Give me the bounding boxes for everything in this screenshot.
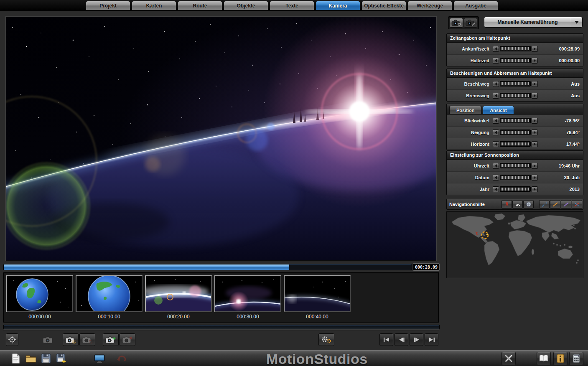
keyframe-thumbnail[interactable]: 000:10.00	[76, 275, 143, 320]
thumbnail-image-4[interactable]	[214, 275, 281, 312]
viewport-3d-scene[interactable]	[6, 17, 436, 261]
go-first-button[interactable]	[379, 333, 393, 346]
tab-kamera[interactable]: Kamera	[316, 1, 360, 10]
timeline-scrollbar[interactable]	[3, 325, 440, 329]
row-value: 2013	[538, 187, 580, 192]
tab-ansicht[interactable]: Ansicht	[483, 106, 514, 114]
row-value: 19:46 Uhr	[538, 163, 580, 168]
slider-decrease-button[interactable]	[493, 163, 499, 169]
tab-karten[interactable]: Karten	[132, 1, 176, 10]
step-forward-icon	[413, 337, 420, 342]
uhrzeit-row: Uhrzeit 19:46 Uhr	[447, 160, 583, 171]
dropdown-arrow-button[interactable]	[571, 17, 582, 27]
tab-projekt[interactable]: Projekt	[86, 1, 130, 10]
world-map[interactable]	[446, 211, 583, 278]
slider-decrease-button[interactable]	[493, 175, 499, 180]
slider-track[interactable]	[500, 118, 531, 123]
thumbnail-image-1[interactable]	[6, 275, 73, 312]
ankunftszeit-row: Ankunftszeit 000:28.09	[447, 43, 583, 54]
slider-track[interactable]	[500, 175, 531, 180]
row-label: Neigung	[450, 130, 489, 135]
tab-ausgabe[interactable]: Ausgabe	[453, 1, 498, 10]
new-project-button[interactable]	[9, 352, 23, 365]
save-as-button[interactable]	[54, 352, 68, 365]
nav-tool-compass-button[interactable]	[501, 200, 512, 208]
camera-mode-auto-button[interactable]	[450, 18, 463, 28]
target-icon	[8, 336, 16, 343]
slider-track[interactable]	[500, 141, 531, 147]
thumbnail-image-3[interactable]	[145, 275, 212, 312]
open-project-button[interactable]	[24, 352, 38, 365]
slider-increase-button[interactable]	[532, 141, 538, 147]
jahr-row: Jahr 2013	[447, 183, 583, 195]
render-settings-button[interactable]	[318, 333, 334, 346]
camera-mode-manual-button[interactable]	[464, 18, 477, 28]
slider-decrease-button[interactable]	[493, 118, 499, 124]
step-back-button[interactable]	[395, 333, 408, 346]
delete-haltepunkt-button[interactable]	[120, 333, 135, 346]
slider-track[interactable]	[500, 130, 531, 135]
keyframe-thumbnail[interactable]: 000:40.00	[284, 275, 351, 320]
bremsweg-slider	[493, 93, 538, 99]
nav-style-solid-button[interactable]	[550, 200, 560, 208]
slider-increase-button[interactable]	[532, 163, 538, 169]
slider-decrease-button[interactable]	[493, 46, 499, 52]
tab-optische-effekte[interactable]: Optische Effekte	[361, 1, 406, 10]
nav-style-dotted-button[interactable]	[539, 200, 550, 208]
tab-route[interactable]: Route	[178, 1, 222, 10]
nav-tool-globe-button[interactable]	[523, 200, 534, 208]
slider-track[interactable]	[500, 46, 531, 51]
slider-increase-button[interactable]	[532, 81, 538, 87]
open-folder-icon	[25, 354, 36, 363]
nav-style-arrow-button[interactable]	[561, 200, 571, 208]
slider-increase-button[interactable]	[532, 130, 538, 135]
timeline-progress-bar[interactable]	[3, 264, 412, 270]
tab-objekte[interactable]: Objekte	[224, 1, 268, 10]
slider-track[interactable]	[500, 186, 531, 192]
nav-tool-protractor-button[interactable]	[512, 200, 523, 208]
slider-decrease-button[interactable]	[493, 186, 499, 192]
undo-button[interactable]	[115, 352, 128, 365]
step-forward-button[interactable]	[410, 333, 423, 346]
row-label: Ankunftszeit	[450, 46, 489, 51]
slider-decrease-button[interactable]	[493, 93, 499, 99]
row-value: Aus	[538, 81, 580, 86]
go-last-button[interactable]	[425, 333, 438, 346]
slider-decrease-button[interactable]	[493, 58, 499, 64]
slider-increase-button[interactable]	[532, 175, 538, 180]
slider-increase-button[interactable]	[532, 46, 538, 52]
thumbnail-image-2[interactable]	[76, 275, 143, 312]
tab-texte[interactable]: Texte	[270, 1, 314, 10]
tab-werkzeuge[interactable]: Werkzeuge	[407, 1, 452, 10]
tab-position[interactable]: Position	[449, 106, 481, 114]
nav-style-cross-button[interactable]	[572, 200, 582, 208]
save-project-button[interactable]	[39, 352, 53, 365]
slider-track[interactable]	[500, 163, 531, 168]
apply-camera-button[interactable]	[63, 333, 79, 346]
center-camera-button[interactable]	[6, 333, 18, 346]
tools-button[interactable]	[501, 352, 516, 365]
skip-start-icon	[383, 337, 390, 342]
row-label: Beschl.weg	[450, 81, 489, 86]
manual-button[interactable]	[537, 352, 551, 365]
slider-track[interactable]	[500, 93, 531, 98]
add-haltepunkt-button[interactable]	[103, 333, 119, 346]
slider-increase-button[interactable]	[532, 58, 538, 64]
slider-decrease-button[interactable]	[493, 81, 499, 87]
reset-camera-button[interactable]	[79, 333, 95, 346]
thumbnail-image-5[interactable]	[284, 275, 351, 312]
slider-increase-button[interactable]	[532, 93, 538, 99]
info-button[interactable]	[553, 352, 568, 365]
preview-button[interactable]	[93, 352, 106, 365]
slider-decrease-button[interactable]	[493, 130, 499, 135]
slider-track[interactable]	[500, 81, 531, 86]
keyframe-thumbnail[interactable]: 000:20.00	[145, 275, 212, 320]
keyframe-thumbnail[interactable]: 000:30.00	[214, 275, 281, 320]
slider-increase-button[interactable]	[532, 118, 538, 124]
slider-increase-button[interactable]	[532, 186, 538, 192]
slider-decrease-button[interactable]	[493, 141, 499, 147]
calculator-button[interactable]	[569, 352, 583, 365]
slider-track[interactable]	[500, 58, 531, 63]
camera-mode-dropdown[interactable]: Manuelle Kameraführung	[484, 17, 583, 28]
keyframe-thumbnail[interactable]: 000:00.00	[6, 275, 73, 320]
